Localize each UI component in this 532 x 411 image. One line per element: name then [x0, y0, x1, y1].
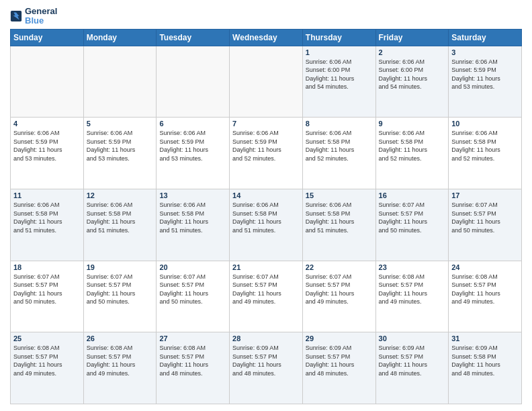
day-info: Sunrise: 6:06 AM Sunset: 5:59 PM Dayligh… [451, 58, 519, 91]
day-info: Sunrise: 6:06 AM Sunset: 5:58 PM Dayligh… [232, 201, 300, 234]
day-number: 4 [13, 120, 81, 128]
day-info: Sunrise: 6:08 AM Sunset: 5:57 PM Dayligh… [13, 344, 81, 377]
day-info: Sunrise: 6:06 AM Sunset: 5:58 PM Dayligh… [451, 129, 519, 163]
day-cell: 7Sunrise: 6:06 AM Sunset: 5:59 PM Daylig… [230, 118, 303, 189]
day-cell: 6Sunrise: 6:06 AM Sunset: 5:59 PM Daylig… [157, 118, 230, 189]
day-number: 1 [306, 48, 373, 56]
day-info: Sunrise: 6:06 AM Sunset: 5:58 PM Dayligh… [306, 201, 373, 234]
day-cell: 14Sunrise: 6:06 AM Sunset: 5:58 PM Dayli… [230, 189, 303, 261]
day-info: Sunrise: 6:08 AM Sunset: 5:57 PM Dayligh… [159, 344, 226, 377]
day-info: Sunrise: 6:09 AM Sunset: 5:57 PM Dayligh… [306, 344, 373, 377]
day-cell: 26Sunrise: 6:08 AM Sunset: 5:57 PM Dayli… [83, 332, 157, 404]
header-cell-monday: Monday [83, 29, 157, 46]
day-number: 19 [87, 263, 154, 271]
day-info: Sunrise: 6:06 AM Sunset: 5:59 PM Dayligh… [13, 129, 81, 163]
header-row: SundayMondayTuesdayWednesdayThursdayFrid… [11, 29, 522, 46]
logo: General Blue [10, 7, 57, 26]
day-number: 9 [379, 120, 446, 128]
day-info: Sunrise: 6:07 AM Sunset: 5:57 PM Dayligh… [451, 201, 519, 234]
day-number: 27 [159, 334, 226, 342]
day-number: 22 [306, 263, 373, 271]
header-cell-sunday: Sunday [11, 29, 84, 46]
day-info: Sunrise: 6:07 AM Sunset: 5:57 PM Dayligh… [87, 273, 154, 306]
day-cell [83, 46, 157, 118]
day-cell: 5Sunrise: 6:06 AM Sunset: 5:59 PM Daylig… [83, 118, 157, 189]
day-number: 24 [451, 263, 519, 271]
day-cell: 31Sunrise: 6:09 AM Sunset: 5:58 PM Dayli… [449, 332, 522, 404]
day-cell: 23Sunrise: 6:08 AM Sunset: 5:57 PM Dayli… [375, 261, 449, 332]
day-number: 25 [13, 334, 81, 342]
day-info: Sunrise: 6:06 AM Sunset: 5:58 PM Dayligh… [306, 129, 373, 163]
day-cell [230, 46, 303, 118]
header-cell-friday: Friday [375, 29, 449, 46]
day-number: 16 [379, 191, 446, 199]
day-info: Sunrise: 6:09 AM Sunset: 5:57 PM Dayligh… [232, 344, 300, 377]
day-cell: 30Sunrise: 6:09 AM Sunset: 5:57 PM Dayli… [375, 332, 449, 404]
day-info: Sunrise: 6:06 AM Sunset: 5:59 PM Dayligh… [232, 129, 300, 163]
day-info: Sunrise: 6:06 AM Sunset: 5:58 PM Dayligh… [379, 129, 446, 163]
calendar-body: 1Sunrise: 6:06 AM Sunset: 6:00 PM Daylig… [11, 46, 522, 404]
header-cell-saturday: Saturday [449, 29, 522, 46]
day-cell [157, 46, 230, 118]
day-number: 21 [232, 263, 300, 271]
week-row-4: 18Sunrise: 6:07 AM Sunset: 5:57 PM Dayli… [11, 261, 522, 332]
day-cell: 15Sunrise: 6:06 AM Sunset: 5:58 PM Dayli… [302, 189, 375, 261]
day-number: 11 [13, 191, 81, 199]
day-info: Sunrise: 6:06 AM Sunset: 6:00 PM Dayligh… [379, 58, 446, 91]
day-info: Sunrise: 6:07 AM Sunset: 5:57 PM Dayligh… [379, 201, 446, 234]
day-cell: 27Sunrise: 6:08 AM Sunset: 5:57 PM Dayli… [157, 332, 230, 404]
header-cell-wednesday: Wednesday [230, 29, 303, 46]
day-number: 12 [87, 191, 154, 199]
day-cell: 29Sunrise: 6:09 AM Sunset: 5:57 PM Dayli… [302, 332, 375, 404]
day-info: Sunrise: 6:08 AM Sunset: 5:57 PM Dayligh… [87, 344, 154, 377]
week-row-1: 1Sunrise: 6:06 AM Sunset: 6:00 PM Daylig… [11, 46, 522, 118]
day-number: 5 [87, 120, 154, 128]
day-info: Sunrise: 6:09 AM Sunset: 5:57 PM Dayligh… [379, 344, 446, 377]
day-cell: 25Sunrise: 6:08 AM Sunset: 5:57 PM Dayli… [11, 332, 84, 404]
day-cell: 16Sunrise: 6:07 AM Sunset: 5:57 PM Dayli… [375, 189, 449, 261]
day-cell: 1Sunrise: 6:06 AM Sunset: 6:00 PM Daylig… [302, 46, 375, 118]
header-cell-thursday: Thursday [302, 29, 375, 46]
day-number: 31 [451, 334, 519, 342]
day-number: 8 [306, 120, 373, 128]
day-info: Sunrise: 6:07 AM Sunset: 5:57 PM Dayligh… [232, 273, 300, 306]
calendar-table: SundayMondayTuesdayWednesdayThursdayFrid… [10, 29, 522, 404]
calendar-header: SundayMondayTuesdayWednesdayThursdayFrid… [11, 29, 522, 46]
day-info: Sunrise: 6:07 AM Sunset: 5:57 PM Dayligh… [306, 273, 373, 306]
day-info: Sunrise: 6:07 AM Sunset: 5:57 PM Dayligh… [13, 273, 81, 306]
day-cell: 3Sunrise: 6:06 AM Sunset: 5:59 PM Daylig… [449, 46, 522, 118]
logo-text: General Blue [25, 7, 57, 26]
day-number: 20 [159, 263, 226, 271]
day-cell: 12Sunrise: 6:06 AM Sunset: 5:58 PM Dayli… [83, 189, 157, 261]
day-cell: 13Sunrise: 6:06 AM Sunset: 5:58 PM Dayli… [157, 189, 230, 261]
day-number: 6 [159, 120, 226, 128]
day-info: Sunrise: 6:08 AM Sunset: 5:57 PM Dayligh… [379, 273, 446, 306]
day-info: Sunrise: 6:06 AM Sunset: 5:58 PM Dayligh… [159, 201, 226, 234]
day-cell: 24Sunrise: 6:08 AM Sunset: 5:57 PM Dayli… [449, 261, 522, 332]
day-number: 26 [87, 334, 154, 342]
day-cell: 17Sunrise: 6:07 AM Sunset: 5:57 PM Dayli… [449, 189, 522, 261]
day-number: 29 [306, 334, 373, 342]
day-number: 10 [451, 120, 519, 128]
day-cell: 28Sunrise: 6:09 AM Sunset: 5:57 PM Dayli… [230, 332, 303, 404]
day-number: 14 [232, 191, 300, 199]
day-cell: 22Sunrise: 6:07 AM Sunset: 5:57 PM Dayli… [302, 261, 375, 332]
day-number: 7 [232, 120, 300, 128]
day-cell: 2Sunrise: 6:06 AM Sunset: 6:00 PM Daylig… [375, 46, 449, 118]
week-row-5: 25Sunrise: 6:08 AM Sunset: 5:57 PM Dayli… [11, 332, 522, 404]
day-cell: 21Sunrise: 6:07 AM Sunset: 5:57 PM Dayli… [230, 261, 303, 332]
day-info: Sunrise: 6:07 AM Sunset: 5:57 PM Dayligh… [159, 273, 226, 306]
day-info: Sunrise: 6:09 AM Sunset: 5:58 PM Dayligh… [451, 344, 519, 377]
header: General Blue [10, 7, 522, 26]
day-info: Sunrise: 6:06 AM Sunset: 5:59 PM Dayligh… [87, 129, 154, 163]
day-number: 30 [379, 334, 446, 342]
day-cell: 19Sunrise: 6:07 AM Sunset: 5:57 PM Dayli… [83, 261, 157, 332]
day-cell: 11Sunrise: 6:06 AM Sunset: 5:58 PM Dayli… [11, 189, 84, 261]
day-cell: 4Sunrise: 6:06 AM Sunset: 5:59 PM Daylig… [11, 118, 84, 189]
day-number: 28 [232, 334, 300, 342]
day-number: 2 [379, 48, 446, 56]
day-number: 18 [13, 263, 81, 271]
day-info: Sunrise: 6:06 AM Sunset: 5:59 PM Dayligh… [159, 129, 226, 163]
day-cell: 8Sunrise: 6:06 AM Sunset: 5:58 PM Daylig… [302, 118, 375, 189]
day-number: 3 [451, 48, 519, 56]
